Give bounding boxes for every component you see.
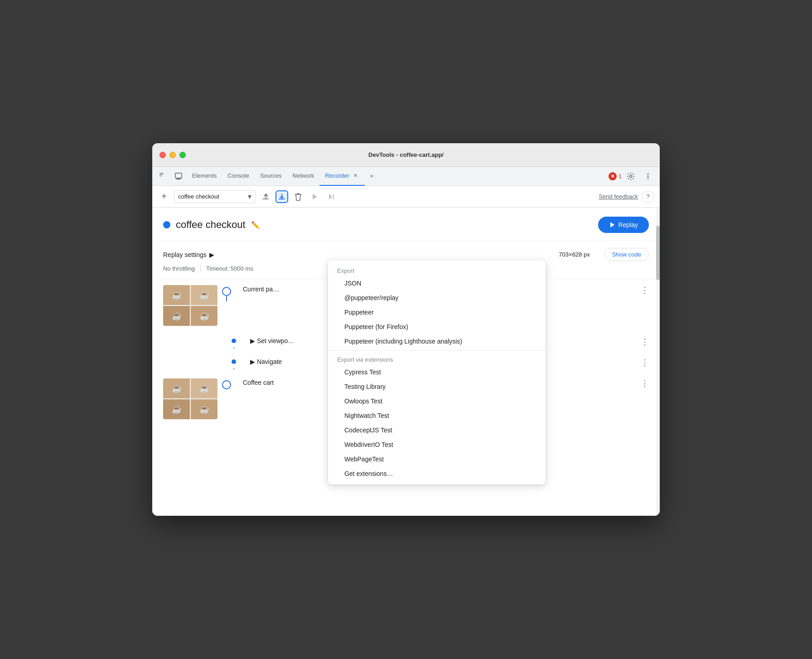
show-code-label: Show code [612,251,641,258]
recording-title-area: coffee checkout ✏️ [163,219,260,231]
window-title: DevTools - coffee-cart.app/ [368,151,444,158]
menu-item-json[interactable]: JSON [328,276,546,291]
menu-item-puppeteer-firefox[interactable]: Puppeteer (for Firefox) [328,320,546,334]
tab-network[interactable]: Network [287,167,320,186]
svg-point-6 [648,173,649,174]
recording-selector[interactable]: coffee checkout ▾ [174,190,256,203]
tab-recorder[interactable]: Recorder ✕ [319,167,364,186]
play-recording-button[interactable] [308,190,321,203]
main-content: coffee checkout ✏️ Replay Replay setting… [152,208,660,516]
menu-item-get-extensions[interactable]: Get extensions… [328,466,546,481]
export-extensions-label: Export via extensions [328,353,546,365]
export-button[interactable] [276,190,288,203]
step-recording-button[interactable] [324,190,337,203]
step-more-menu-3[interactable]: ⋮ [641,358,649,368]
recording-title: coffee checkout [176,219,246,231]
menu-item-puppeteer-lighthouse[interactable]: Puppeteer (including Lighthouse analysis… [328,334,546,349]
viewport-size: 703×628 px [559,251,590,258]
menu-item-cypress[interactable]: Cypress Test [328,365,546,379]
tab-more[interactable]: » [365,167,379,186]
devtools-tabs-bar: Elements Console Sources Network Recorde… [152,167,660,186]
menu-item-webpagetest[interactable]: WebPageTest [328,452,546,466]
step-title-3: ▶ Navigate [250,358,282,365]
cursor-icon[interactable] [156,169,170,184]
devtools-window: DevTools - coffee-cart.app/ Elements Con… [152,143,660,516]
step-more-menu-1[interactable]: ⋮ [641,285,649,295]
step-title-1: Current pa… [243,286,279,293]
svg-rect-9 [333,194,334,199]
error-icon: ✕ [609,172,617,180]
svg-point-8 [648,178,649,179]
traffic-lights [160,152,186,158]
error-count: 1 [619,173,622,179]
menu-item-owloops[interactable]: Owloops Test [328,394,546,408]
step-timeline-4 [218,378,236,389]
recording-header: coffee checkout ✏️ Replay [152,208,660,241]
recording-name-label: coffee checkout [178,193,219,200]
svg-rect-3 [175,173,182,178]
devtools-right-icons: ✕ 1 [609,169,656,184]
svg-rect-2 [162,173,163,174]
maximize-button[interactable] [179,152,186,158]
menu-item-testing-library[interactable]: Testing Library [328,379,546,394]
minimize-button[interactable] [169,152,176,158]
tab-sources[interactable]: Sources [255,167,287,186]
step-title-4: Coffee cart [243,379,274,386]
step-more-menu-2[interactable]: ⋮ [641,337,649,347]
export-dropdown-menu: Export JSON @puppeteer/replay Puppeteer … [328,260,546,485]
tab-elements[interactable]: Elements [187,167,222,186]
step-dot-large-4 [222,380,231,389]
export-to-url-icon[interactable] [259,190,272,203]
step-dot-small-3 [232,359,236,364]
step-dot-small-2 [232,339,236,343]
timeout-label: Timeout: 5000 ms [206,265,253,272]
scrollbar-track[interactable] [656,208,660,516]
menu-item-codeceptjs[interactable]: CodeceptJS Test [328,423,546,437]
step-line [226,296,227,301]
step-title-2: ▶ Set viewpo… [250,337,294,344]
settings-divider [200,265,201,272]
svg-rect-1 [160,175,161,176]
svg-point-5 [630,175,632,177]
step-timeline-1 [218,285,236,296]
step-thumbnail-2: ☕ ☕ ☕ ☕ [163,378,218,419]
tab-console[interactable]: Console [222,167,255,186]
svg-rect-0 [160,173,161,174]
more-options-icon[interactable] [641,169,655,184]
replay-button[interactable]: Replay [598,217,649,233]
tab-close-icon[interactable]: ✕ [352,172,359,179]
recording-status-dot [163,221,170,228]
scrollbar-thumb[interactable] [656,226,660,280]
show-code-button[interactable]: Show code [604,248,649,261]
settings-icon[interactable] [624,169,638,184]
menu-item-puppeteer[interactable]: Puppeteer [328,305,546,320]
menu-divider [328,350,546,351]
step-thumbnail: ☕ ☕ ☕ ☕ [163,285,218,326]
svg-rect-4 [176,179,181,179]
edit-title-icon[interactable]: ✏️ [251,221,260,229]
send-feedback-link[interactable]: Send feedback [599,193,638,200]
step-more-menu-4[interactable]: ⋮ [641,378,649,388]
help-button[interactable]: ? [642,190,654,203]
step-dot-large [222,287,231,296]
recorder-toolbar: + coffee checkout ▾ [152,186,660,208]
svg-point-7 [648,175,649,177]
titlebar: DevTools - coffee-cart.app/ [152,143,660,167]
menu-item-nightwatch[interactable]: Nightwatch Test [328,408,546,423]
step-line-3 [233,368,234,369]
step-timeline-3 [225,358,243,364]
delete-recording-button[interactable] [292,190,304,203]
settings-expand-icon: ▶ [209,251,214,258]
error-badge[interactable]: ✕ 1 [609,172,622,180]
menu-item-webdriverio[interactable]: WebdriverIO Test [328,437,546,452]
export-section-label: Export [328,264,546,276]
chevron-down-icon: ▾ [248,192,251,201]
step-timeline-2 [225,337,243,343]
replay-settings-toggle[interactable]: Replay settings ▶ [163,251,214,258]
step-line-2 [233,348,234,349]
settings-row: Replay settings ▶ 703×628 px Show code [163,248,649,261]
add-recording-button[interactable]: + [158,190,170,203]
close-button[interactable] [160,152,166,158]
inspect-icon[interactable] [171,169,186,184]
menu-item-puppeteer-replay[interactable]: @puppeteer/replay [328,291,546,305]
